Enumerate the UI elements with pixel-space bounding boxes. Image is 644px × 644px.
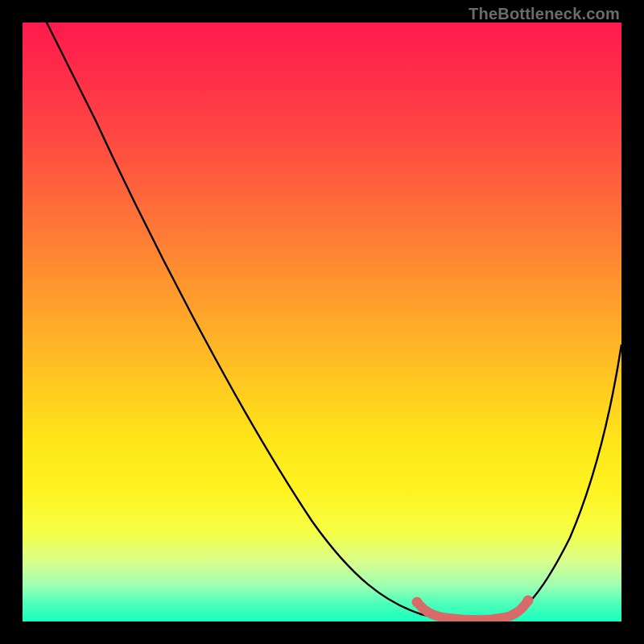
plot-area <box>23 23 621 621</box>
watermark-text: TheBottleneck.com <box>469 5 620 23</box>
curve-layer <box>23 23 621 621</box>
optimal-zone-marker <box>417 601 528 620</box>
optimal-zone-end-dot <box>523 596 534 606</box>
bottleneck-curve <box>47 23 621 621</box>
chart-frame: TheBottleneck.com <box>0 0 644 644</box>
optimal-zone-start-dot <box>412 597 423 608</box>
